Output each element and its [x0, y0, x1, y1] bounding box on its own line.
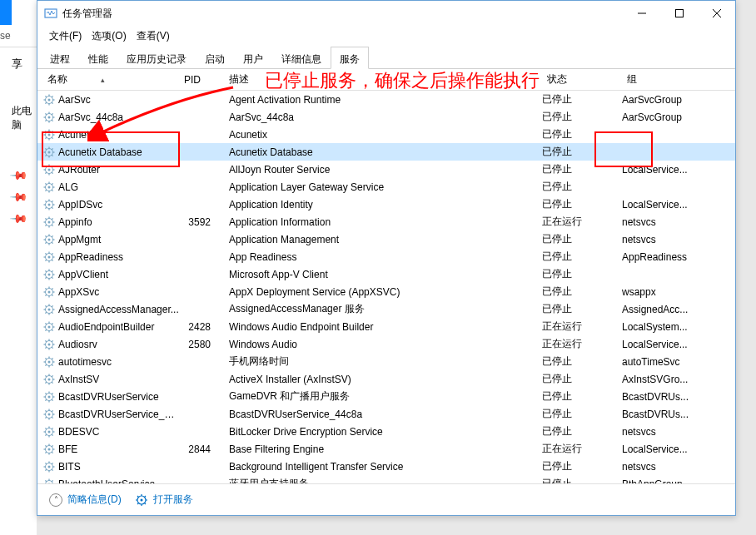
service-status: 已停止	[542, 180, 622, 194]
service-row[interactable]: AxInstSVActiveX Installer (AxInstSV)已停止A…	[37, 370, 735, 388]
svg-line-84	[45, 225, 46, 225]
service-row[interactable]: AppMgmtApplication Management已停止netsvcs	[37, 230, 735, 248]
service-row[interactable]: ALGApplication Layer Gateway Service已停止	[37, 178, 735, 196]
svg-line-213	[52, 445, 52, 446]
service-row[interactable]: BDESVCBitLocker Drive Encryption Service…	[37, 423, 735, 440]
menu-options[interactable]: 选项(O)	[87, 27, 131, 45]
svg-line-43	[52, 148, 52, 149]
service-desc: Application Management	[216, 234, 542, 245]
service-desc: Agent Activation Runtime	[216, 94, 542, 106]
service-row[interactable]: autotimesvc手机网络时间已停止autoTimeSvc	[37, 353, 735, 370]
svg-point-76	[48, 220, 51, 223]
svg-point-116	[48, 290, 51, 293]
tab-2[interactable]: 应用历史记录	[117, 47, 196, 69]
service-status: 已停止	[542, 389, 622, 404]
service-row[interactable]: BFE2844Base Filtering Engine正在运行LocalSer…	[37, 440, 735, 458]
service-desc: Acunetix	[216, 129, 542, 141]
svg-line-163	[52, 358, 52, 359]
service-row[interactable]: BcastDVRUserServiceGameDVR 和广播用户服务已停止Bca…	[37, 388, 735, 405]
header-name[interactable]: 名称▴	[42, 69, 179, 90]
svg-line-193	[52, 410, 52, 411]
service-row[interactable]: AarSvcAgent Activation Runtime已停止AarSvcG…	[37, 91, 735, 108]
svg-line-131	[45, 305, 46, 306]
service-name: AppMgmt	[58, 234, 179, 245]
share-label: 享	[12, 57, 22, 72]
service-desc: 手机网络时间	[216, 354, 542, 369]
service-row[interactable]: AudioEndpointBuilder2428Windows Audio En…	[37, 318, 735, 335]
tab-3[interactable]: 启动	[196, 47, 234, 69]
service-status: 已停止	[542, 232, 622, 246]
chevron-up-icon: ˄	[49, 493, 62, 507]
tab-6[interactable]: 服务	[331, 47, 369, 69]
header-status[interactable]: 状态	[542, 69, 622, 90]
svg-line-182	[52, 399, 52, 400]
open-services-link[interactable]: 打开服务	[135, 493, 193, 507]
header-group[interactable]: 组	[622, 69, 735, 90]
maximize-button[interactable]	[660, 1, 698, 26]
service-group: netsvcs	[622, 234, 735, 245]
service-row[interactable]: BcastDVRUserService_44...BcastDVRUserSer…	[37, 405, 735, 423]
service-row[interactable]: Acunetix DatabaseAcunetix Database已停止	[37, 143, 735, 161]
service-pid: 2428	[179, 321, 216, 333]
header-desc[interactable]: 描述	[216, 69, 542, 90]
svg-point-206	[48, 448, 51, 450]
svg-line-53	[52, 166, 52, 166]
service-desc: Microsoft App-V Client	[216, 269, 542, 280]
service-row[interactable]: AssignedAccessManager...AssignedAccessMa…	[37, 300, 735, 318]
service-name: ALG	[58, 181, 179, 193]
tabs: 进程性能应用历史记录启动用户详细信息服务	[37, 46, 735, 69]
svg-line-42	[52, 155, 52, 156]
service-row[interactable]: AJRouterAllJoyn Router Service已停止LocalSe…	[37, 161, 735, 178]
service-row[interactable]: AarSvc_44c8aAarSvc_44c8a已停止AarSvcGroup	[37, 108, 735, 126]
service-name: Appinfo	[58, 216, 179, 228]
tab-5[interactable]: 详细信息	[272, 47, 331, 69]
service-row[interactable]: Appinfo3592Application Information正在运行ne…	[37, 213, 735, 230]
menu-file[interactable]: 文件(F)	[44, 27, 87, 45]
service-group: netsvcs	[622, 461, 735, 473]
svg-line-21	[45, 113, 46, 114]
menu-view[interactable]: 查看(V)	[132, 27, 175, 45]
svg-point-26	[48, 133, 51, 136]
tab-1[interactable]: 性能	[79, 47, 117, 69]
svg-line-171	[45, 375, 46, 376]
service-desc: Windows Audio Endpoint Builder	[216, 321, 542, 333]
minimize-button[interactable]	[623, 1, 660, 26]
svg-line-231	[45, 480, 46, 481]
service-group: BcastDVRUs...	[622, 409, 735, 420]
svg-point-186	[48, 413, 51, 415]
tab-4[interactable]: 用户	[234, 47, 272, 69]
service-row[interactable]: BITSBackground Intelligent Transfer Serv…	[37, 458, 735, 475]
service-gear-icon	[42, 373, 56, 386]
service-status: 正在运行	[542, 442, 622, 456]
service-group: AarSvcGroup	[622, 111, 735, 123]
service-gear-icon	[42, 355, 56, 369]
service-name: Acunetix	[58, 129, 179, 141]
app-icon	[44, 7, 57, 20]
fewer-details-button[interactable]: ˄ 简略信息(D)	[49, 493, 122, 507]
service-gear-icon	[42, 215, 56, 229]
service-group: netsvcs	[622, 426, 735, 438]
service-desc: Windows Audio	[216, 339, 542, 350]
service-row[interactable]: AppXSvcAppX Deployment Service (AppXSVC)…	[37, 283, 735, 300]
svg-line-12	[52, 102, 52, 103]
svg-line-191	[45, 410, 46, 411]
tab-0[interactable]: 进程	[41, 47, 79, 69]
svg-line-71	[45, 201, 46, 201]
service-row[interactable]: AppVClientMicrosoft App-V Client已停止	[37, 265, 735, 283]
header-pid[interactable]: PID	[179, 71, 216, 89]
svg-line-92	[52, 242, 52, 243]
service-row[interactable]: AppReadinessApp Readiness已停止AppReadiness	[37, 248, 735, 265]
service-desc: Application Information	[216, 216, 542, 228]
svg-line-204	[45, 434, 46, 435]
footer: ˄ 简略信息(D) 打开服务	[37, 483, 735, 515]
service-row[interactable]: Audiosrv2580Windows Audio正在运行LocalServic…	[37, 335, 735, 353]
service-row[interactable]: BluetoothUserService蓝牙用户支持服务已停止BthAppGro…	[37, 475, 735, 483]
close-button[interactable]	[698, 1, 735, 26]
service-row[interactable]: AppIDSvcApplication Identity已停止LocalServ…	[37, 196, 735, 213]
service-row[interactable]: AcunetixAcunetix已停止	[37, 126, 735, 143]
svg-line-83	[52, 218, 52, 219]
service-status: 已停止	[542, 92, 622, 107]
service-desc: GameDVR 和广播用户服务	[216, 389, 542, 404]
services-list[interactable]: AarSvcAgent Activation Runtime已停止AarSvcG…	[37, 91, 735, 483]
service-name: BDESVC	[58, 426, 179, 438]
